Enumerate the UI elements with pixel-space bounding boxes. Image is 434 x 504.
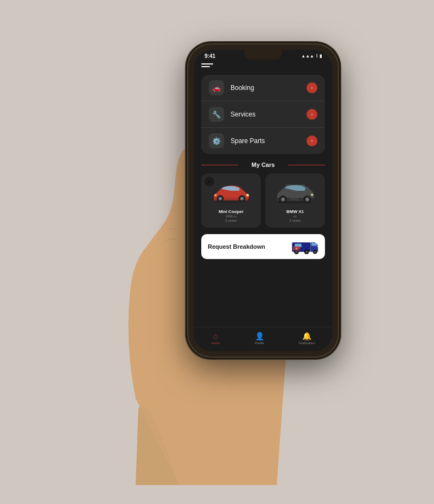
bottom-nav: ⌂ Home 👤 Profile 🔔 Notification [194, 327, 333, 351]
spare-parts-chevron: › [307, 135, 317, 146]
status-time: 9:41 [205, 53, 215, 59]
nav-profile[interactable]: 👤 Profile [255, 332, 264, 345]
car-card-mini-cooper[interactable]: ✂ [201, 173, 261, 228]
request-breakdown-label: Request Breakdown [208, 243, 265, 250]
svg-point-11 [246, 193, 249, 196]
svg-point-31 [305, 250, 308, 253]
profile-icon: 👤 [255, 332, 264, 340]
svg-rect-13 [228, 197, 233, 199]
svg-point-21 [306, 198, 308, 201]
booking-chevron: › [307, 82, 317, 93]
svg-point-18 [282, 198, 284, 201]
home-label: Home [211, 341, 220, 345]
notification-icon: 🔔 [302, 332, 311, 340]
phone-screen: 9:41 ▲▲▲ ⌇ ▮ [194, 50, 333, 351]
svg-point-29 [295, 250, 297, 253]
home-icon: ⌂ [213, 332, 218, 340]
cars-container: ✂ [201, 173, 325, 228]
svg-point-33 [314, 251, 316, 253]
menu-item-spare-parts[interactable]: ⚙️ Spare Parts › [201, 128, 325, 154]
svg-point-7 [219, 197, 221, 199]
menu-section: 🚗 Booking › 🔧 Services › ⚙️ [201, 75, 325, 154]
battery-icon: ▮ [320, 54, 322, 59]
my-cars-header: My Cars [201, 161, 325, 168]
my-cars-title: My Cars [252, 161, 275, 168]
scene: 9:41 ▲▲▲ ⌇ ▮ [81, 19, 353, 485]
spare-parts-icon: ⚙️ [209, 133, 224, 148]
bmw-x1-name: BMW X1 [286, 209, 304, 214]
booking-icon: 🚗 [209, 80, 224, 95]
svg-point-12 [214, 194, 217, 196]
menu-item-services[interactable]: 🔧 Services › [201, 101, 325, 128]
notification-label: Notification [299, 341, 315, 345]
phone-shell: 9:41 ▲▲▲ ⌇ ▮ [187, 43, 339, 358]
nav-notification[interactable]: 🔔 Notification [299, 332, 315, 345]
bmw-x1-details: cc 5 seater [289, 214, 301, 223]
services-label: Services [231, 111, 307, 118]
car-card-bmw-x1[interactable]: BMW X1 cc 5 seater [265, 173, 325, 228]
hamburger-menu[interactable] [201, 63, 213, 67]
wifi-icon: ⌇ [316, 54, 318, 59]
mini-cooper-details: 1998 cc 5 seater [225, 214, 237, 223]
signal-icon: ▲▲▲ [301, 54, 314, 59]
menu-item-booking[interactable]: 🚗 Booking › [201, 75, 325, 101]
profile-label: Profile [255, 341, 264, 345]
phone-notch [244, 50, 282, 60]
services-icon: 🔧 [209, 107, 224, 122]
booking-label: Booking [231, 84, 307, 92]
truck-icon: 24 [291, 238, 318, 255]
mini-cooper-name: Mini Cooper [219, 209, 244, 214]
hamburger-line-2 [201, 66, 210, 67]
nav-home[interactable]: ⌂ Home [211, 332, 220, 345]
svg-text:24: 24 [296, 248, 298, 250]
spare-parts-label: Spare Parts [231, 137, 307, 145]
services-chevron: › [307, 109, 317, 120]
bmw-x1-image [270, 179, 321, 207]
svg-point-10 [241, 197, 242, 199]
mini-cooper-image [206, 179, 257, 207]
svg-rect-27 [311, 243, 316, 245]
status-icons: ▲▲▲ ⌇ ▮ [301, 54, 322, 59]
screen-content: 🚗 Booking › 🔧 Services › ⚙️ [194, 60, 333, 327]
request-breakdown-button[interactable]: Request Breakdown [201, 234, 325, 259]
hamburger-line-1 [201, 63, 213, 64]
